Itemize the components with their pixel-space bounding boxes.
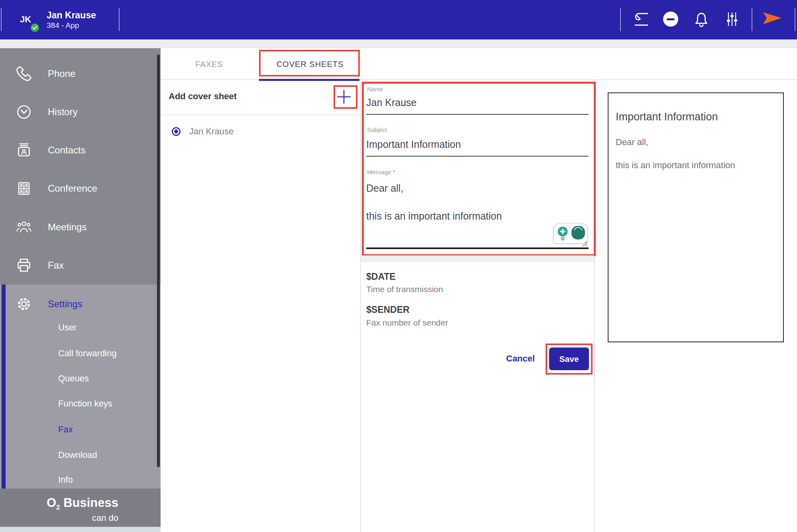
subject-underline: [366, 156, 589, 157]
subject-label: Subject: [367, 126, 387, 133]
sidebar-subitem-label: User: [58, 322, 77, 333]
cover-sheet-name: Jan Krause: [189, 126, 234, 137]
active-tab-underline: [259, 79, 359, 81]
topbar-divider: [752, 8, 752, 31]
save-button[interactable]: Save: [549, 347, 589, 370]
topbar: JK Jan Krause 384 - App: [0, 0, 797, 39]
gear-icon: [15, 295, 33, 313]
token-date-description: Time of transmission: [366, 285, 443, 294]
sidebar-item-label: Fax: [48, 260, 64, 271]
sidebar-item-contacts[interactable]: Contacts: [0, 131, 161, 169]
conference-icon: [15, 180, 33, 197]
presence-status-icon: [31, 24, 39, 32]
topbar-divider: [1, 8, 2, 31]
cancel-button[interactable]: Cancel: [506, 353, 535, 364]
name-label: Name: [367, 86, 383, 92]
message-label: Message *: [367, 169, 395, 175]
sidebar-subitem-label: Fax: [58, 424, 73, 435]
sidebar-subitem-label: Function keys: [58, 399, 112, 409]
page-bottom-strip: [0, 527, 161, 532]
sidebar-subitem-label: Call forwarding: [58, 348, 117, 359]
call-pull-icon[interactable]: [632, 10, 650, 30]
panel-divider: [360, 79, 361, 532]
name-input[interactable]: Jan Krause: [366, 97, 416, 108]
token-sender: $SENDER: [366, 304, 410, 315]
brand-tagline: can do: [47, 513, 118, 523]
user-extension: 384 - App: [47, 21, 79, 30]
sidebar-item-meetings[interactable]: Meetings: [0, 208, 161, 246]
sidebar-subitem-download[interactable]: Download: [0, 446, 161, 464]
phone-icon: [15, 65, 33, 82]
sidebar-subitem-label: Queues: [58, 373, 89, 384]
sidebar-scrollbar[interactable]: [157, 55, 160, 467]
sidebar-item-label: Conference: [48, 183, 97, 194]
sidebar-item-phone[interactable]: Phone: [0, 55, 161, 93]
add-cover-sheet-button[interactable]: [336, 89, 352, 106]
add-cover-sheet-label: Add cover sheet: [169, 91, 237, 102]
sidebar-item-label: Meetings: [48, 222, 86, 233]
plus-icon: [336, 89, 352, 105]
message-textarea[interactable]: Dear all, this is an important informati…: [366, 181, 581, 223]
cover-sheet-preview: Important Information Dear all, this is …: [608, 92, 784, 342]
sidebar-item-label: History: [48, 106, 78, 118]
meetings-icon: [15, 218, 33, 236]
cover-sheet-list-item[interactable]: Jan Krause: [172, 126, 234, 137]
topbar-divider: [795, 8, 795, 31]
sidebar-item-label: Settings: [48, 298, 82, 310]
app-window: JK Jan Krause 384 - App: [0, 0, 797, 532]
section-gap: [361, 255, 594, 262]
name-underline: [366, 114, 589, 115]
history-icon: [15, 103, 33, 121]
brand-logo: O2 Business: [47, 496, 118, 512]
tab-cover-sheets[interactable]: COVER SHEETS: [260, 60, 360, 69]
radio-selected-icon[interactable]: [172, 127, 181, 136]
tabbar-divider: [161, 79, 797, 80]
tab-faxes[interactable]: FAXES: [181, 60, 237, 69]
lightbulb-icon: [558, 227, 568, 240]
grammar-blob-icon: [571, 226, 585, 239]
list-divider: [161, 114, 361, 115]
sidebar-item-fax[interactable]: Fax: [0, 246, 161, 285]
sidebar-subitem-label: Download: [58, 450, 97, 460]
sidebar-item-settings[interactable]: Settings: [0, 285, 161, 324]
sidebar-item-conference[interactable]: Conference: [0, 169, 161, 208]
preview-body: Dear all, this is an important informati…: [616, 136, 735, 171]
token-sender-description: Fax number of sender: [366, 318, 448, 328]
sidebar-item-label: Contacts: [48, 145, 86, 156]
topbar-divider: [119, 8, 120, 31]
sidebar-subitem-label: Info: [58, 475, 73, 485]
sidebar-item-history[interactable]: History: [0, 93, 161, 131]
panel-divider: [594, 79, 595, 532]
page-background-strip: [0, 39, 797, 48]
notifications-icon[interactable]: [693, 10, 709, 30]
avatar[interactable]: JK: [20, 14, 31, 25]
sidebar-subitem-user[interactable]: User: [0, 319, 161, 336]
sidebar-subitem-fax-active[interactable]: Fax: [0, 421, 161, 438]
contacts-icon: [15, 141, 33, 159]
user-name: Jan Krause: [47, 10, 96, 21]
sidebar-item-label: Phone: [48, 68, 75, 79]
sidebar-subitem-info[interactable]: Info: [0, 471, 161, 489]
brand-send-icon[interactable]: [762, 11, 783, 27]
audio-settings-icon[interactable]: [724, 10, 740, 29]
preview-title: Important Information: [616, 111, 718, 123]
sidebar-subitem-function-keys[interactable]: Function keys: [0, 395, 161, 412]
message-underline: [366, 247, 589, 249]
sidebar-subitem-queues[interactable]: Queues: [0, 370, 161, 387]
subject-input[interactable]: Important Information: [366, 139, 461, 150]
sidebar-subitem-call-forwarding[interactable]: Call forwarding: [0, 345, 161, 362]
do-not-disturb-icon[interactable]: [663, 12, 678, 27]
topbar-divider: [620, 8, 621, 31]
fax-printer-icon: [15, 257, 33, 274]
brand-footer: O2 Business can do: [0, 489, 161, 527]
token-date: $DATE: [366, 271, 396, 282]
